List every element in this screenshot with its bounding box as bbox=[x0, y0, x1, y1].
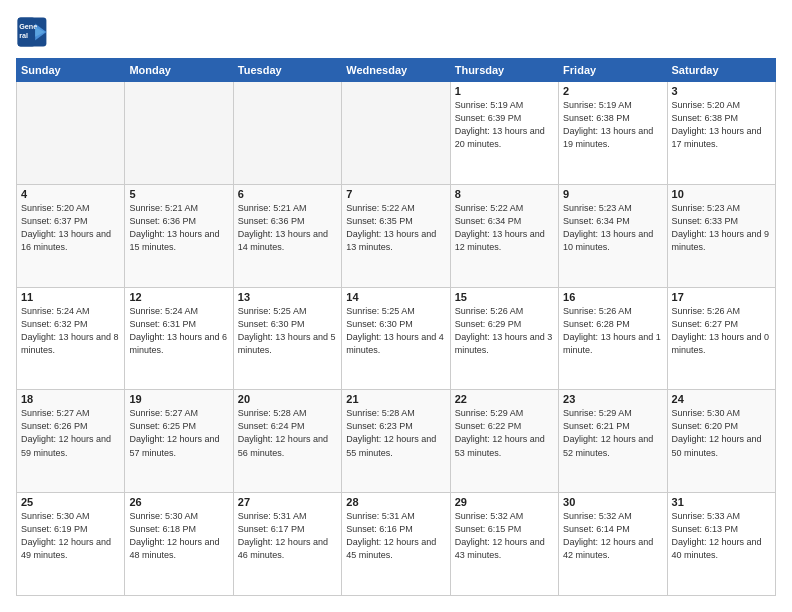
calendar-cell: 4Sunrise: 5:20 AM Sunset: 6:37 PM Daylig… bbox=[17, 184, 125, 287]
day-detail: Sunrise: 5:32 AM Sunset: 6:14 PM Dayligh… bbox=[563, 510, 662, 562]
day-detail: Sunrise: 5:20 AM Sunset: 6:38 PM Dayligh… bbox=[672, 99, 771, 151]
day-detail: Sunrise: 5:20 AM Sunset: 6:37 PM Dayligh… bbox=[21, 202, 120, 254]
calendar-cell: 8Sunrise: 5:22 AM Sunset: 6:34 PM Daylig… bbox=[450, 184, 558, 287]
weekday-header-friday: Friday bbox=[559, 59, 667, 82]
day-number: 3 bbox=[672, 85, 771, 97]
calendar-week-row: 11Sunrise: 5:24 AM Sunset: 6:32 PM Dayli… bbox=[17, 287, 776, 390]
day-number: 14 bbox=[346, 291, 445, 303]
weekday-header-saturday: Saturday bbox=[667, 59, 775, 82]
day-detail: Sunrise: 5:23 AM Sunset: 6:34 PM Dayligh… bbox=[563, 202, 662, 254]
calendar-cell: 7Sunrise: 5:22 AM Sunset: 6:35 PM Daylig… bbox=[342, 184, 450, 287]
day-detail: Sunrise: 5:22 AM Sunset: 6:34 PM Dayligh… bbox=[455, 202, 554, 254]
calendar-table: SundayMondayTuesdayWednesdayThursdayFrid… bbox=[16, 58, 776, 596]
day-detail: Sunrise: 5:28 AM Sunset: 6:23 PM Dayligh… bbox=[346, 407, 445, 459]
calendar-week-row: 4Sunrise: 5:20 AM Sunset: 6:37 PM Daylig… bbox=[17, 184, 776, 287]
calendar-cell: 5Sunrise: 5:21 AM Sunset: 6:36 PM Daylig… bbox=[125, 184, 233, 287]
day-detail: Sunrise: 5:24 AM Sunset: 6:32 PM Dayligh… bbox=[21, 305, 120, 357]
calendar-cell: 2Sunrise: 5:19 AM Sunset: 6:38 PM Daylig… bbox=[559, 82, 667, 185]
logo: Gene ral bbox=[16, 16, 52, 48]
day-number: 26 bbox=[129, 496, 228, 508]
day-number: 24 bbox=[672, 393, 771, 405]
day-detail: Sunrise: 5:30 AM Sunset: 6:19 PM Dayligh… bbox=[21, 510, 120, 562]
calendar-cell: 6Sunrise: 5:21 AM Sunset: 6:36 PM Daylig… bbox=[233, 184, 341, 287]
svg-text:Gene: Gene bbox=[19, 22, 37, 31]
calendar-cell: 17Sunrise: 5:26 AM Sunset: 6:27 PM Dayli… bbox=[667, 287, 775, 390]
day-detail: Sunrise: 5:33 AM Sunset: 6:13 PM Dayligh… bbox=[672, 510, 771, 562]
calendar-cell bbox=[233, 82, 341, 185]
calendar-cell bbox=[17, 82, 125, 185]
day-detail: Sunrise: 5:30 AM Sunset: 6:18 PM Dayligh… bbox=[129, 510, 228, 562]
calendar-cell: 12Sunrise: 5:24 AM Sunset: 6:31 PM Dayli… bbox=[125, 287, 233, 390]
day-detail: Sunrise: 5:24 AM Sunset: 6:31 PM Dayligh… bbox=[129, 305, 228, 357]
day-number: 20 bbox=[238, 393, 337, 405]
calendar-cell: 31Sunrise: 5:33 AM Sunset: 6:13 PM Dayli… bbox=[667, 493, 775, 596]
day-detail: Sunrise: 5:29 AM Sunset: 6:22 PM Dayligh… bbox=[455, 407, 554, 459]
calendar-cell: 29Sunrise: 5:32 AM Sunset: 6:15 PM Dayli… bbox=[450, 493, 558, 596]
calendar-cell: 14Sunrise: 5:25 AM Sunset: 6:30 PM Dayli… bbox=[342, 287, 450, 390]
calendar-cell: 19Sunrise: 5:27 AM Sunset: 6:25 PM Dayli… bbox=[125, 390, 233, 493]
day-detail: Sunrise: 5:25 AM Sunset: 6:30 PM Dayligh… bbox=[346, 305, 445, 357]
day-number: 21 bbox=[346, 393, 445, 405]
day-detail: Sunrise: 5:21 AM Sunset: 6:36 PM Dayligh… bbox=[129, 202, 228, 254]
day-number: 28 bbox=[346, 496, 445, 508]
calendar-cell: 10Sunrise: 5:23 AM Sunset: 6:33 PM Dayli… bbox=[667, 184, 775, 287]
day-number: 7 bbox=[346, 188, 445, 200]
day-number: 29 bbox=[455, 496, 554, 508]
day-number: 6 bbox=[238, 188, 337, 200]
page: Gene ral SundayMondayTuesdayWednesdayThu… bbox=[0, 0, 792, 612]
calendar-week-row: 25Sunrise: 5:30 AM Sunset: 6:19 PM Dayli… bbox=[17, 493, 776, 596]
calendar-cell: 15Sunrise: 5:26 AM Sunset: 6:29 PM Dayli… bbox=[450, 287, 558, 390]
day-number: 25 bbox=[21, 496, 120, 508]
day-detail: Sunrise: 5:31 AM Sunset: 6:17 PM Dayligh… bbox=[238, 510, 337, 562]
day-detail: Sunrise: 5:26 AM Sunset: 6:28 PM Dayligh… bbox=[563, 305, 662, 357]
calendar-cell: 23Sunrise: 5:29 AM Sunset: 6:21 PM Dayli… bbox=[559, 390, 667, 493]
calendar-cell bbox=[342, 82, 450, 185]
day-number: 17 bbox=[672, 291, 771, 303]
day-number: 16 bbox=[563, 291, 662, 303]
day-number: 1 bbox=[455, 85, 554, 97]
calendar-cell: 30Sunrise: 5:32 AM Sunset: 6:14 PM Dayli… bbox=[559, 493, 667, 596]
calendar-cell: 20Sunrise: 5:28 AM Sunset: 6:24 PM Dayli… bbox=[233, 390, 341, 493]
calendar-cell: 24Sunrise: 5:30 AM Sunset: 6:20 PM Dayli… bbox=[667, 390, 775, 493]
calendar-cell: 21Sunrise: 5:28 AM Sunset: 6:23 PM Dayli… bbox=[342, 390, 450, 493]
calendar-cell: 26Sunrise: 5:30 AM Sunset: 6:18 PM Dayli… bbox=[125, 493, 233, 596]
day-detail: Sunrise: 5:19 AM Sunset: 6:38 PM Dayligh… bbox=[563, 99, 662, 151]
day-number: 23 bbox=[563, 393, 662, 405]
weekday-header-wednesday: Wednesday bbox=[342, 59, 450, 82]
calendar-cell: 25Sunrise: 5:30 AM Sunset: 6:19 PM Dayli… bbox=[17, 493, 125, 596]
day-detail: Sunrise: 5:29 AM Sunset: 6:21 PM Dayligh… bbox=[563, 407, 662, 459]
day-number: 10 bbox=[672, 188, 771, 200]
day-number: 31 bbox=[672, 496, 771, 508]
weekday-header-monday: Monday bbox=[125, 59, 233, 82]
day-detail: Sunrise: 5:23 AM Sunset: 6:33 PM Dayligh… bbox=[672, 202, 771, 254]
day-detail: Sunrise: 5:27 AM Sunset: 6:26 PM Dayligh… bbox=[21, 407, 120, 459]
calendar-cell: 3Sunrise: 5:20 AM Sunset: 6:38 PM Daylig… bbox=[667, 82, 775, 185]
calendar-week-row: 1Sunrise: 5:19 AM Sunset: 6:39 PM Daylig… bbox=[17, 82, 776, 185]
day-detail: Sunrise: 5:31 AM Sunset: 6:16 PM Dayligh… bbox=[346, 510, 445, 562]
day-number: 8 bbox=[455, 188, 554, 200]
header: Gene ral bbox=[16, 16, 776, 48]
weekday-header-row: SundayMondayTuesdayWednesdayThursdayFrid… bbox=[17, 59, 776, 82]
day-detail: Sunrise: 5:30 AM Sunset: 6:20 PM Dayligh… bbox=[672, 407, 771, 459]
day-number: 18 bbox=[21, 393, 120, 405]
calendar-cell: 22Sunrise: 5:29 AM Sunset: 6:22 PM Dayli… bbox=[450, 390, 558, 493]
day-number: 30 bbox=[563, 496, 662, 508]
day-detail: Sunrise: 5:26 AM Sunset: 6:29 PM Dayligh… bbox=[455, 305, 554, 357]
day-detail: Sunrise: 5:22 AM Sunset: 6:35 PM Dayligh… bbox=[346, 202, 445, 254]
calendar-cell: 9Sunrise: 5:23 AM Sunset: 6:34 PM Daylig… bbox=[559, 184, 667, 287]
day-detail: Sunrise: 5:19 AM Sunset: 6:39 PM Dayligh… bbox=[455, 99, 554, 151]
calendar-cell: 13Sunrise: 5:25 AM Sunset: 6:30 PM Dayli… bbox=[233, 287, 341, 390]
day-detail: Sunrise: 5:28 AM Sunset: 6:24 PM Dayligh… bbox=[238, 407, 337, 459]
day-number: 5 bbox=[129, 188, 228, 200]
day-number: 2 bbox=[563, 85, 662, 97]
calendar-cell: 11Sunrise: 5:24 AM Sunset: 6:32 PM Dayli… bbox=[17, 287, 125, 390]
calendar-cell: 16Sunrise: 5:26 AM Sunset: 6:28 PM Dayli… bbox=[559, 287, 667, 390]
svg-text:ral: ral bbox=[19, 31, 28, 40]
day-number: 15 bbox=[455, 291, 554, 303]
day-detail: Sunrise: 5:27 AM Sunset: 6:25 PM Dayligh… bbox=[129, 407, 228, 459]
calendar-cell: 27Sunrise: 5:31 AM Sunset: 6:17 PM Dayli… bbox=[233, 493, 341, 596]
weekday-header-tuesday: Tuesday bbox=[233, 59, 341, 82]
logo-icon: Gene ral bbox=[16, 16, 48, 48]
calendar-cell: 1Sunrise: 5:19 AM Sunset: 6:39 PM Daylig… bbox=[450, 82, 558, 185]
calendar-cell: 28Sunrise: 5:31 AM Sunset: 6:16 PM Dayli… bbox=[342, 493, 450, 596]
